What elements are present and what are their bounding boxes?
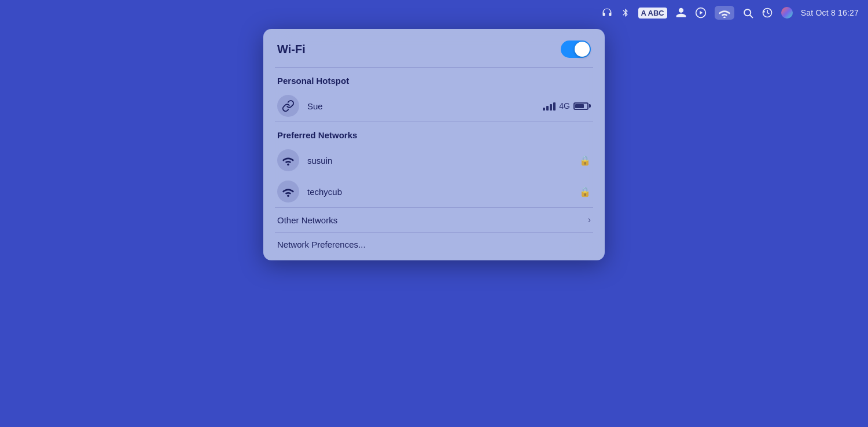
svg-point-2: [723, 16, 726, 18]
menubar-now-playing[interactable]: [695, 7, 707, 19]
lock-icon-techycub: 🔒: [579, 186, 591, 197]
hotspot-meta: 4G: [543, 101, 591, 111]
menubar-input-method[interactable]: A ABC: [638, 8, 667, 19]
menubar: A ABC: [0, 0, 868, 25]
svg-line-4: [750, 15, 752, 17]
chevron-right-icon: ›: [588, 215, 591, 225]
network-preferences-label: Network Preferences...: [277, 240, 366, 249]
siri-icon: [781, 7, 793, 19]
hotspot-icon-circle: [277, 95, 299, 117]
signal-bars: [543, 101, 556, 111]
menubar-bluetooth[interactable]: [621, 7, 630, 19]
other-networks-row[interactable]: Other Networks ›: [263, 208, 605, 232]
menubar-search[interactable]: [742, 8, 753, 19]
other-networks-label: Other Networks: [277, 215, 337, 225]
network-item-susuin[interactable]: susuin 🔒: [263, 145, 605, 176]
menubar-headphones[interactable]: [601, 7, 613, 19]
wifi-icon-susuin: [282, 155, 295, 165]
wifi-icon-techycub: [282, 186, 295, 197]
wifi-popup: Wi-Fi Personal Hotspot Sue 4G: [263, 29, 605, 260]
connection-type: 4G: [559, 101, 570, 111]
battery-indicator: [573, 102, 591, 110]
network-name-techycub: techycub: [307, 187, 571, 197]
hotspot-item[interactable]: Sue 4G: [263, 90, 605, 122]
svg-point-6: [287, 164, 289, 166]
preferred-networks-label: Preferred Networks: [263, 122, 605, 145]
network-item-techycub[interactable]: techycub 🔒: [263, 176, 605, 207]
hotspot-name: Sue: [307, 101, 535, 111]
svg-marker-1: [700, 11, 703, 15]
wifi-header: Wi-Fi: [263, 29, 605, 67]
link-icon: [282, 100, 295, 112]
menubar-clock: Sat Oct 8 16:27: [801, 8, 859, 17]
lock-icon-susuin: 🔒: [579, 155, 591, 166]
menubar-time-machine[interactable]: [762, 7, 773, 19]
wifi-title: Wi-Fi: [277, 43, 306, 56]
network-name-susuin: susuin: [307, 156, 571, 165]
personal-hotspot-label: Personal Hotspot: [263, 68, 605, 90]
wifi-toggle[interactable]: [561, 41, 591, 58]
menubar-siri[interactable]: [781, 7, 793, 19]
network-icon-circle-techycub: [277, 181, 299, 203]
menubar-wifi[interactable]: [715, 6, 734, 20]
network-icon-circle-susuin: [277, 149, 299, 171]
menubar-user[interactable]: [675, 7, 687, 19]
network-preferences-row[interactable]: Network Preferences...: [263, 233, 605, 260]
input-method-label: A ABC: [641, 9, 664, 17]
svg-point-7: [287, 195, 289, 197]
